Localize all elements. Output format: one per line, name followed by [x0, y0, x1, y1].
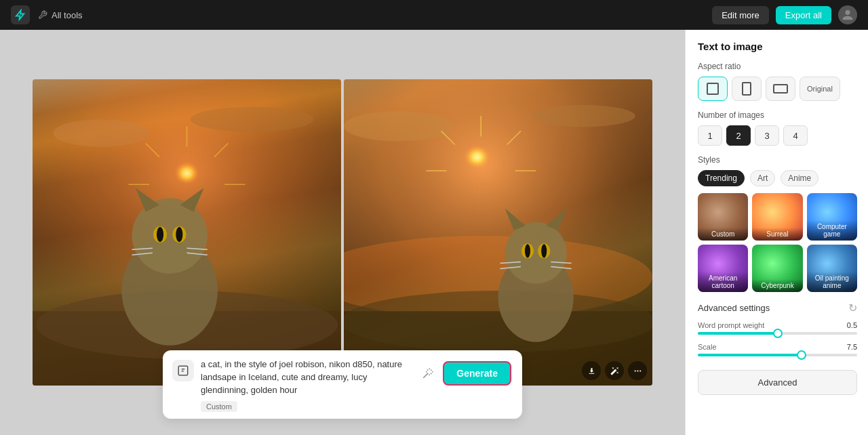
scale-label-row: Scale 7.5	[698, 343, 857, 351]
word-prompt-weight-track[interactable]	[698, 332, 857, 335]
svg-point-50	[634, 370, 635, 371]
svg-point-29	[532, 105, 635, 127]
panel-title: Text to image	[698, 41, 857, 52]
svg-point-39	[525, 244, 530, 257]
svg-point-13	[176, 227, 182, 242]
download-icon-right[interactable]	[582, 361, 601, 380]
svg-point-27	[443, 136, 519, 205]
right-panel: Text to image Aspect ratio Original Numb…	[685, 30, 868, 435]
word-prompt-weight-row: Word prompt weight 0.5	[698, 321, 857, 335]
prompt-content[interactable]: a cat, in the style of joel robison, nik…	[201, 358, 412, 412]
svg-point-40	[541, 244, 547, 257]
styles-label: Styles	[698, 155, 857, 165]
num-images-row: 1 2 3 4	[698, 125, 857, 146]
svg-point-32	[344, 291, 652, 352]
word-prompt-weight-fill	[698, 332, 778, 335]
topbar-right: Edit more Export all	[712, 5, 857, 24]
svg-point-51	[637, 370, 638, 371]
portrait-icon	[742, 82, 751, 96]
scale-row: Scale 7.5	[698, 343, 857, 356]
canvas-area: a cat, in the style of joel robison, nik…	[0, 30, 685, 435]
svg-point-52	[639, 370, 641, 371]
topbar-left: All tools	[11, 5, 83, 24]
tab-anime[interactable]: Anime	[781, 170, 818, 186]
scale-thumb[interactable]	[797, 350, 806, 360]
aspect-landscape-button[interactable]	[766, 77, 795, 101]
style-card-computer-game[interactable]: Computer game	[807, 193, 857, 241]
images-grid	[33, 79, 652, 386]
style-custom-label: Custom	[698, 228, 748, 241]
num-4-button[interactable]: 4	[783, 125, 808, 146]
advanced-button[interactable]: Advanced	[698, 370, 857, 395]
generate-button[interactable]: Generate	[443, 361, 511, 386]
aspect-ratio-row: Original	[698, 77, 857, 101]
word-prompt-weight-thumb[interactable]	[773, 329, 783, 338]
image-right-overlay	[582, 361, 647, 380]
style-cyberpunk-label: Cyberpunk	[752, 279, 802, 292]
svg-point-3	[191, 107, 314, 131]
prompt-bar: a cat, in the style of joel robison, nik…	[163, 350, 522, 419]
magic-icon-right[interactable]	[605, 361, 624, 380]
style-card-oil-painting-anime[interactable]: Oil painting anime	[807, 245, 857, 292]
prompt-tag: Custom	[201, 401, 237, 412]
scale-track[interactable]	[698, 354, 857, 356]
aspect-portrait-button[interactable]	[732, 77, 762, 101]
style-surreal-label: Surreal	[752, 228, 802, 241]
prompt-text: a cat, in the style of joel robison, nik…	[201, 358, 412, 397]
scale-fill	[698, 354, 802, 356]
app-logo[interactable]	[11, 5, 30, 24]
styles-grid: Custom Surreal Computer game American ca…	[698, 193, 857, 292]
styles-tabs: Trending Art Anime	[698, 170, 857, 186]
num-1-button[interactable]: 1	[698, 125, 722, 146]
tab-trending[interactable]: Trending	[698, 170, 745, 186]
aspect-original-button[interactable]: Original	[800, 77, 840, 101]
num-3-button[interactable]: 3	[755, 125, 779, 146]
word-prompt-weight-label: Word prompt weight	[698, 321, 764, 329]
style-card-american-cartoon[interactable]: American cartoon	[698, 245, 748, 292]
all-tools-button[interactable]: All tools	[38, 10, 83, 20]
svg-point-28	[344, 111, 454, 141]
style-oil-painting-label: Oil painting anime	[807, 272, 857, 292]
style-computer-game-label: Computer game	[807, 220, 857, 241]
image-panel-right[interactable]	[344, 79, 652, 386]
refresh-icon[interactable]: ↻	[848, 302, 857, 314]
word-prompt-weight-value: 0.5	[847, 321, 857, 329]
square-icon	[707, 83, 719, 95]
more-icon-right[interactable]	[628, 361, 647, 380]
style-card-cyberpunk[interactable]: Cyberpunk	[752, 245, 802, 292]
svg-point-34	[505, 222, 567, 284]
svg-point-12	[157, 227, 163, 242]
prompt-actions: Generate	[418, 361, 511, 386]
export-all-button[interactable]: Export all	[776, 6, 831, 24]
advanced-settings-header: Advanced settings ↻	[698, 302, 857, 314]
magic-wand-icon[interactable]	[418, 364, 437, 383]
svg-point-2	[53, 119, 149, 146]
landscape-icon	[773, 84, 788, 94]
aspect-square-button[interactable]	[698, 77, 728, 101]
num-2-button[interactable]: 2	[726, 125, 751, 146]
tab-art[interactable]: Art	[750, 170, 775, 186]
style-card-custom[interactable]: Custom	[698, 193, 748, 241]
scale-value: 7.5	[847, 343, 857, 351]
aspect-ratio-label: Aspect ratio	[698, 62, 857, 71]
style-card-surreal[interactable]: Surreal	[752, 193, 802, 241]
prompt-tool-icon	[172, 360, 194, 381]
style-american-cartoon-label: American cartoon	[698, 272, 748, 292]
scale-label: Scale	[698, 343, 717, 351]
avatar[interactable]	[838, 5, 857, 24]
num-images-label: Number of images	[698, 110, 857, 120]
image-panel-left[interactable]	[33, 79, 341, 386]
svg-point-7	[132, 198, 208, 273]
advanced-settings-label: Advanced settings	[698, 303, 770, 313]
topbar: All tools Edit more Export all	[0, 0, 868, 30]
edit-more-button[interactable]: Edit more	[712, 6, 769, 24]
main-layout: a cat, in the style of joel robison, nik…	[0, 30, 868, 435]
